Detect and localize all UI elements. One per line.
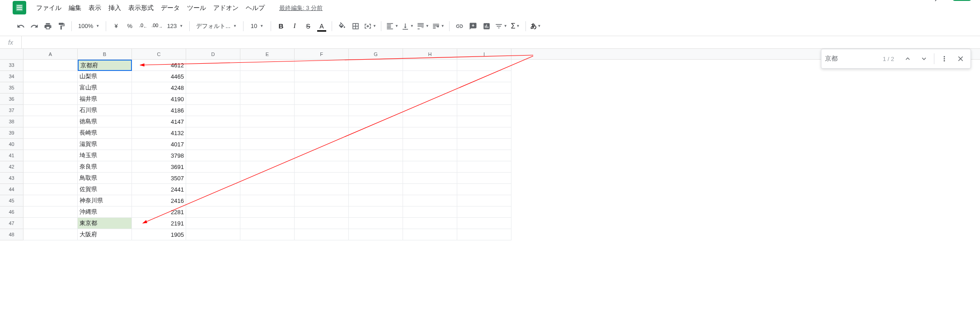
cell[interactable] <box>23 150 78 161</box>
cell[interactable] <box>295 229 349 240</box>
cell[interactable]: 東京都 <box>78 218 132 229</box>
cell[interactable]: 徳島県 <box>78 116 132 127</box>
cell[interactable] <box>23 116 78 127</box>
cell[interactable]: 滋賀県 <box>78 139 132 150</box>
input-method-button[interactable]: あ▼ <box>530 20 542 33</box>
cell[interactable] <box>349 60 403 71</box>
cell[interactable] <box>457 218 511 229</box>
find-input[interactable] <box>825 55 879 62</box>
cell[interactable]: 長崎県 <box>78 127 132 139</box>
cell[interactable] <box>240 195 295 206</box>
cell[interactable]: 山梨県 <box>78 71 132 82</box>
cell[interactable] <box>186 71 240 82</box>
row-header[interactable]: 44 <box>0 184 23 195</box>
row-header[interactable]: 35 <box>0 82 23 94</box>
cell[interactable] <box>349 184 403 195</box>
formula-input[interactable] <box>22 36 980 48</box>
cell[interactable] <box>240 82 295 94</box>
cell[interactable] <box>403 94 457 105</box>
cell[interactable] <box>295 82 349 94</box>
sheets-app-icon[interactable] <box>13 1 26 14</box>
find-close-button[interactable] <box>954 52 967 65</box>
bold-button[interactable]: B <box>275 20 287 33</box>
cell[interactable] <box>186 218 240 229</box>
cell[interactable] <box>457 116 511 127</box>
font-family-dropdown[interactable]: デフォルト...▼ <box>193 20 239 33</box>
cell[interactable] <box>186 94 240 105</box>
more-formats-dropdown[interactable]: 123▼ <box>164 20 186 33</box>
cell[interactable]: 奈良県 <box>78 161 132 173</box>
cell[interactable] <box>240 94 295 105</box>
row-header[interactable]: 36 <box>0 94 23 105</box>
cell[interactable]: 3691 <box>132 161 186 173</box>
cell[interactable]: 富山県 <box>78 82 132 94</box>
column-header[interactable]: B <box>78 49 132 59</box>
select-all-cell[interactable] <box>0 49 23 59</box>
cell[interactable]: 4248 <box>132 82 186 94</box>
column-header[interactable]: D <box>186 49 240 59</box>
menu-item[interactable]: アドオン <box>210 2 242 14</box>
cell[interactable] <box>457 60 511 71</box>
cell[interactable] <box>186 127 240 139</box>
cell[interactable] <box>240 127 295 139</box>
cell[interactable] <box>403 218 457 229</box>
menu-item[interactable]: ヘルプ <box>242 2 268 14</box>
row-header[interactable]: 48 <box>0 229 23 240</box>
cell[interactable] <box>457 229 511 240</box>
cell[interactable]: 1905 <box>132 229 186 240</box>
column-header[interactable]: H <box>403 49 457 59</box>
cell[interactable]: 神奈川県 <box>78 195 132 206</box>
cell[interactable] <box>23 229 78 240</box>
cell[interactable] <box>457 94 511 105</box>
cell[interactable] <box>23 206 78 218</box>
cell[interactable] <box>240 218 295 229</box>
cell[interactable]: 2416 <box>132 195 186 206</box>
cell[interactable] <box>349 71 403 82</box>
cell[interactable] <box>349 105 403 116</box>
vertical-align-button[interactable]: ▼ <box>400 20 415 33</box>
zoom-dropdown[interactable]: 100%▼ <box>75 20 102 33</box>
cell[interactable] <box>240 150 295 161</box>
functions-button[interactable]: Σ▼ <box>509 20 522 33</box>
insert-comment-button[interactable]: + <box>467 20 479 33</box>
cell[interactable] <box>23 82 78 94</box>
increase-decimal-button[interactable]: .00→ <box>150 20 163 33</box>
row-header[interactable]: 33 <box>0 60 23 71</box>
cell[interactable] <box>403 139 457 150</box>
cell[interactable]: 沖縄県 <box>78 206 132 218</box>
redo-button[interactable] <box>28 20 41 33</box>
cell[interactable] <box>295 71 349 82</box>
cell[interactable] <box>403 71 457 82</box>
cell[interactable] <box>403 127 457 139</box>
cell[interactable] <box>457 127 511 139</box>
cell[interactable] <box>403 173 457 184</box>
row-header[interactable]: 45 <box>0 195 23 206</box>
cell[interactable]: 4147 <box>132 116 186 127</box>
cell[interactable] <box>349 161 403 173</box>
menu-item[interactable]: ファイル <box>33 2 65 14</box>
cell[interactable] <box>403 184 457 195</box>
cell[interactable] <box>457 139 511 150</box>
strikethrough-button[interactable]: S <box>302 20 314 33</box>
cell[interactable] <box>403 161 457 173</box>
column-header[interactable]: G <box>349 49 403 59</box>
insert-link-button[interactable] <box>453 20 466 33</box>
cell[interactable] <box>240 173 295 184</box>
cell[interactable] <box>349 82 403 94</box>
column-header[interactable]: A <box>23 49 78 59</box>
insert-chart-button[interactable] <box>480 20 493 33</box>
cell[interactable]: 3507 <box>132 173 186 184</box>
row-header[interactable]: 40 <box>0 139 23 150</box>
cell[interactable] <box>186 206 240 218</box>
paint-format-button[interactable] <box>55 20 68 33</box>
cell[interactable]: 大阪府 <box>78 229 132 240</box>
cell[interactable]: 4017 <box>132 139 186 150</box>
cell[interactable] <box>240 116 295 127</box>
column-header[interactable]: I <box>457 49 511 59</box>
row-header[interactable]: 37 <box>0 105 23 116</box>
cell[interactable]: 2191 <box>132 218 186 229</box>
cell[interactable] <box>186 195 240 206</box>
cell[interactable]: 鳥取県 <box>78 173 132 184</box>
cell[interactable] <box>403 116 457 127</box>
cell[interactable] <box>295 173 349 184</box>
